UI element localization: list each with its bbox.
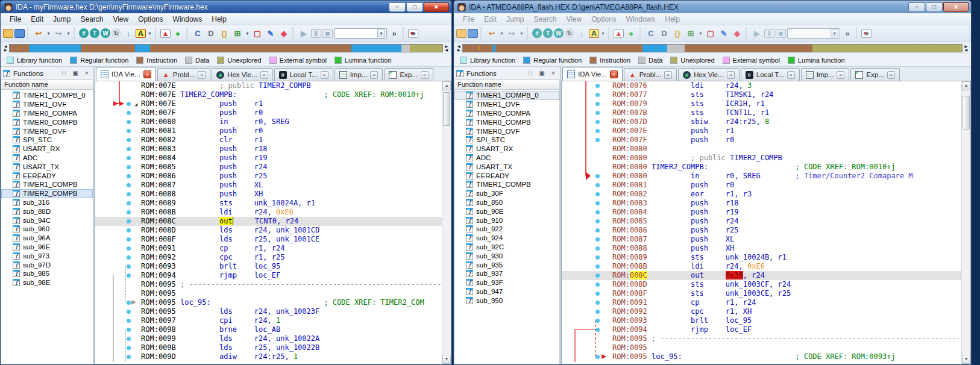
code-line[interactable]: ROM:0084 push r19 [562, 208, 970, 217]
code-line[interactable]: ROM:0093 brlt loc_95 [562, 316, 970, 325]
code-line[interactable]: ROM:0095 ; -----------------------------… [95, 280, 451, 289]
make-function-icon[interactable]: ▢ [251, 27, 263, 39]
band-scroll-arrows[interactable]: ◀▶ [457, 45, 460, 52]
code-line[interactable]: ROM:008F sts unk_1003CE, r25 [562, 289, 970, 298]
jump-back-icon[interactable]: ↩ [33, 27, 45, 39]
code-line[interactable]: ROM:0094 rjmp loc_EF [562, 325, 970, 334]
make-data-icon[interactable]: D [658, 27, 670, 39]
dropdown-arrow[interactable]: ▼ [698, 27, 703, 39]
menu-view[interactable]: View [108, 14, 133, 25]
tab-hexvie[interactable]: Hex Vie...× [212, 68, 273, 81]
code-line[interactable]: ROM:0082 clr r1 [95, 136, 451, 145]
function-row[interactable]: fEEREADY [454, 171, 559, 180]
make-data-icon[interactable]: D [205, 27, 217, 39]
edit-icon[interactable]: ✎ [265, 27, 277, 39]
panel-maximize-icon[interactable]: □ [60, 69, 68, 78]
pause-icon[interactable]: ‖ [764, 29, 774, 38]
tab-localt[interactable]: 0Local T...× [741, 68, 800, 81]
code-line[interactable]: ROM:009B lds r25, unk_10022B [95, 343, 451, 352]
code-line[interactable]: ROM:007F push r0 [562, 136, 970, 145]
function-row[interactable]: fTIMER0_OVF [454, 126, 559, 136]
scroll-up-icon[interactable]: ▲ [442, 81, 451, 90]
menu-windows[interactable]: Windows [622, 14, 660, 25]
code-line[interactable]: ◢ROM:007E push r1 [95, 99, 451, 108]
save-icon[interactable] [14, 29, 25, 38]
open-file-icon[interactable] [456, 29, 466, 38]
text-search-icon[interactable]: T [90, 28, 99, 38]
jump-forward-icon[interactable]: ↪ [506, 27, 518, 39]
function-row[interactable]: fsub_947 [454, 287, 559, 296]
code-line[interactable]: ROM:008B ldi r24, 0xE6 [95, 208, 451, 217]
tab-close-icon[interactable]: × [837, 71, 844, 79]
code-line[interactable]: ROM:0080 ; public TIMER2_COMPB [562, 154, 970, 163]
menu-file[interactable]: File [459, 14, 479, 25]
code-line[interactable]: ROM:007F push r0 [95, 108, 451, 117]
number-search-icon[interactable]: # [79, 28, 89, 38]
function-row[interactable]: fTIMER0_COMPA [454, 109, 559, 118]
function-row[interactable]: fSPI_STC [1, 136, 93, 145]
dropdown-arrow[interactable]: ▼ [66, 27, 71, 39]
code-line[interactable]: ROM:0095 [95, 289, 451, 298]
code-line[interactable]: ROM:0086 push r25 [95, 172, 451, 181]
make-function-icon[interactable]: ▢ [705, 27, 717, 39]
address-band[interactable]: ↓ [462, 44, 963, 52]
code-line[interactable]: ROM:0097 cpi r24, 1 [95, 316, 451, 325]
tab-probl[interactable]: ▲Probl...× [157, 68, 210, 81]
dropdown-arrow[interactable]: ▼ [600, 27, 606, 39]
make-array-icon[interactable]: ⊞ [231, 27, 243, 39]
ascii-icon[interactable]: A [589, 29, 599, 38]
menu-edit[interactable]: Edit [27, 14, 48, 25]
address-band[interactable]: ↓ [9, 44, 444, 52]
debugger-combo[interactable]: ▼ [787, 28, 840, 39]
tab-close-icon[interactable]: × [610, 70, 618, 78]
stop-icon[interactable]: ■ [776, 29, 786, 38]
make-code-icon[interactable]: C [645, 27, 657, 39]
word-search-icon[interactable]: W [554, 28, 564, 38]
tab-close-icon[interactable]: × [787, 71, 795, 79]
minimize-button[interactable]: – [908, 2, 925, 12]
function-row[interactable]: fsub_930 [454, 251, 559, 260]
scrollbar-thumb[interactable] [963, 96, 970, 129]
refresh-icon[interactable]: ↻ [112, 28, 121, 38]
save-icon[interactable] [468, 29, 478, 38]
run-icon[interactable]: ▶ [298, 27, 310, 39]
ascii-icon[interactable]: A [136, 29, 146, 38]
code-line[interactable]: ROM:0094 rjmp loc_EF [95, 271, 451, 280]
breakpoint-icon[interactable]: ◆ [731, 27, 743, 39]
function-row[interactable]: fsub_850 [454, 198, 559, 207]
stop-icon[interactable]: ■ [322, 29, 333, 38]
tab-close-icon[interactable]: × [260, 71, 268, 79]
make-array-icon[interactable]: ⊞ [685, 27, 697, 39]
tab-close-icon[interactable]: × [421, 71, 429, 79]
tab-probl[interactable]: ▲Probl...× [624, 68, 677, 81]
menu-search[interactable]: Search [529, 14, 561, 25]
code-line[interactable]: ROM:0092 cpc r1, XH [562, 307, 970, 316]
titlebar[interactable]: IDA - ATMEGA88PA_flash.HEX D:\gen\ATMEGA… [454, 1, 971, 13]
menu-search[interactable]: Search [76, 14, 107, 25]
code-line[interactable]: ROM:0095 ; -----------------------------… [562, 334, 970, 343]
code-line[interactable]: ROM:0098 brne loc_AB [95, 325, 451, 334]
scroll-up-icon[interactable]: ▲ [962, 81, 970, 90]
code-line[interactable]: ROM:0086 push r25 [562, 226, 970, 235]
code-line[interactable]: ROM:007E push r1 [562, 126, 970, 136]
band-scroll-arrows[interactable]: ◀▶ [4, 45, 7, 52]
menu-view[interactable]: View [562, 14, 586, 25]
code-line[interactable]: ROM:0079 sts ICR1H, r1 [562, 99, 970, 108]
function-row[interactable]: fTIMER0_COMPB [454, 117, 559, 126]
vertical-scrollbar[interactable]: ▲ ▼ [961, 81, 970, 364]
jump-back-icon[interactable]: ↩ [486, 27, 498, 39]
function-row[interactable]: fTIMER1_COMPB [1, 180, 93, 189]
code-line[interactable]: ROM:007E TIMER2_COMPB: ; CODE XREF: ROM:… [95, 90, 451, 99]
code-line[interactable]: ROM:0080 in r0, SREG ; Timer/Counter2 Co… [562, 172, 970, 181]
function-row[interactable]: fSPI_STC [454, 136, 559, 145]
tab-exp[interactable]: Exp...× [850, 68, 899, 81]
function-row[interactable]: fsub_316 [1, 198, 93, 207]
function-row[interactable]: fsub_985 [1, 269, 93, 278]
tab-imp[interactable]: Imp...× [801, 68, 850, 81]
tab-close-icon[interactable]: × [143, 70, 151, 78]
panel-close-icon[interactable]: × [549, 69, 558, 78]
tab-imp[interactable]: Imp...× [335, 68, 383, 81]
code-line[interactable]: ROM:0082 eor r1, r3 [562, 190, 970, 199]
code-line[interactable]: ROM:0083 push r18 [95, 145, 451, 154]
function-row[interactable]: fsub_88D [1, 207, 93, 216]
